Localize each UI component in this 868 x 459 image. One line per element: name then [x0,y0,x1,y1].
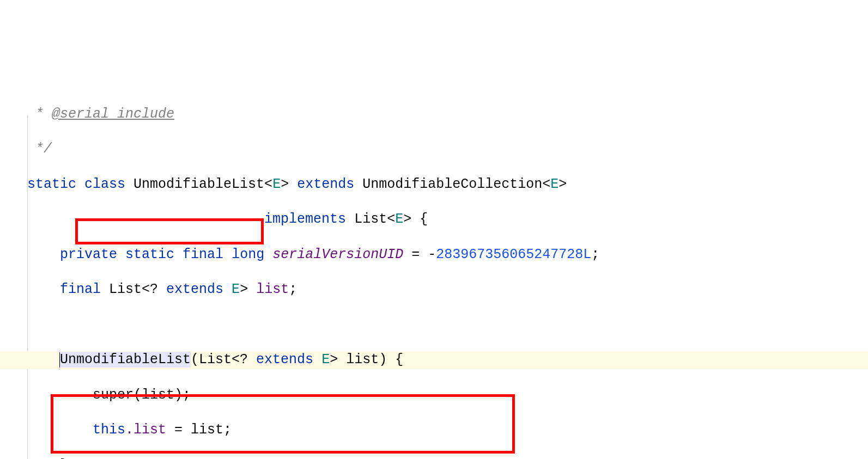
code-line: private static final long serialVersionU… [0,246,868,264]
code-line: implements List<E> { [0,211,868,228]
code-line: this.list = list; [0,421,868,439]
code-line: static class UnmodifiableList<E> extends… [0,176,868,193]
code-editor[interactable]: * @serial include */ static class Unmodi… [0,70,868,459]
code-line: final List<? extends E> list; [0,281,868,298]
ctor-name: UnmodifiableList [60,352,191,368]
code-line: super(list); [0,387,868,404]
code-line [0,316,868,334]
javadoc-tag: @serial include [52,106,174,122]
code-line: * @serial include [0,106,868,123]
code-line-caret: UnmodifiableList(List<? extends E> list)… [0,351,868,369]
code-line: */ [0,140,868,158]
code-line: } [0,457,868,459]
